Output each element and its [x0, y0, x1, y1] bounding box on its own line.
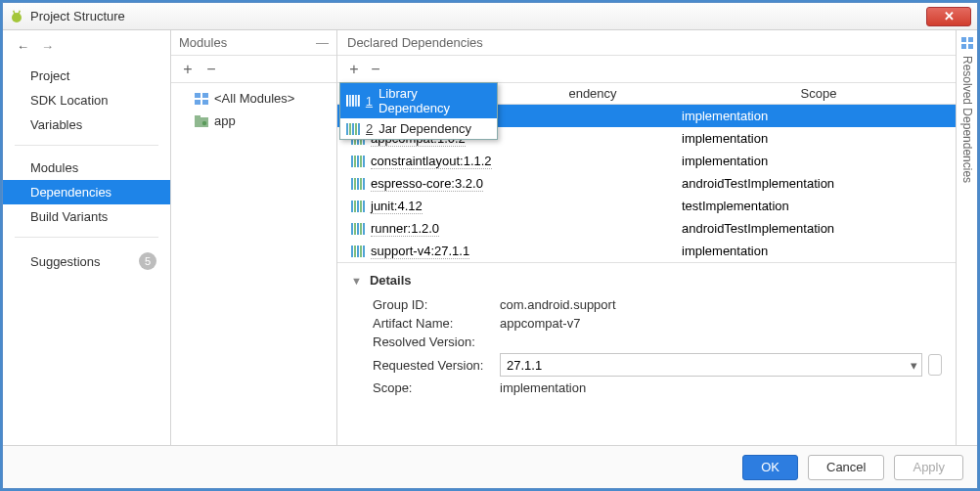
detail-value: com.android.support [500, 297, 616, 312]
table-row[interactable]: support-v4:27.1.1 implementation [337, 240, 956, 262]
svg-rect-3 [195, 93, 200, 98]
dep-scope: implementation [682, 109, 956, 123]
titlebar: Project Structure ✕ [3, 3, 977, 30]
add-dependency-button[interactable]: + [343, 59, 365, 80]
library-icon [351, 246, 365, 257]
svg-rect-34 [363, 178, 365, 190]
dropdown-num: 2 [366, 121, 373, 136]
sidebar-item-suggestions[interactable]: Suggestions 5 [3, 247, 170, 275]
minimize-icon[interactable]: — [316, 35, 329, 50]
dropdown-item-jar-dependency[interactable]: 2 Jar Dependency [340, 118, 497, 139]
dep-scope: implementation [682, 131, 956, 146]
module-all-modules[interactable]: <All Modules> [173, 87, 334, 110]
remove-module-button[interactable]: − [200, 59, 222, 80]
suggestions-count-badge: 5 [139, 252, 156, 270]
details-header[interactable]: ▼ Details [351, 273, 942, 288]
library-icon [351, 223, 365, 235]
dialog-footer: OK Cancel Apply [3, 445, 977, 488]
all-modules-icon [195, 93, 208, 105]
table-row[interactable]: espresso-core:3.2.0 androidTestImplement… [337, 172, 956, 195]
svg-rect-26 [354, 156, 356, 167]
svg-rect-18 [355, 123, 357, 135]
requested-version-combo[interactable]: 27.1.1 ▾ [500, 353, 922, 377]
table-row[interactable]: runner:1.2.0 androidTestImplementation [337, 217, 956, 240]
svg-rect-37 [357, 201, 359, 212]
add-module-button[interactable]: + [177, 59, 199, 80]
svg-rect-53 [968, 44, 973, 49]
dep-scope: implementation [682, 244, 956, 258]
remove-dependency-button[interactable]: − [365, 59, 386, 80]
dep-scope: androidTestImplementation [682, 221, 956, 236]
rail-label: Resolved Dependencies [960, 56, 974, 183]
extra-button[interactable] [928, 354, 942, 376]
detail-value: appcompat-v7 [500, 316, 580, 331]
svg-rect-40 [351, 223, 353, 235]
dep-scope: androidTestImplementation [682, 176, 956, 191]
declared-header-label: Declared Dependencies [347, 35, 483, 50]
sidebar-item-build-variants[interactable]: Build Variants [3, 204, 170, 229]
sidebar-group-1: Project SDK Location Variables [3, 62, 170, 137]
detail-key: Resolved Version: [373, 335, 500, 349]
svg-rect-17 [352, 123, 354, 135]
svg-rect-25 [351, 156, 353, 167]
dropdown-num: 1 [366, 94, 373, 109]
window-title: Project Structure [30, 9, 926, 23]
declared-toolbar: + − 1 Library Dependency 2 Jar Dependenc… [337, 56, 956, 83]
cancel-button[interactable]: Cancel [808, 455, 884, 480]
svg-rect-13 [355, 95, 357, 107]
svg-point-9 [202, 120, 206, 124]
svg-rect-1 [13, 10, 16, 14]
svg-rect-19 [358, 123, 360, 135]
dep-name: junit:4.12 [371, 199, 423, 214]
detail-key: Group ID: [373, 297, 500, 312]
sidebar-item-modules[interactable]: Modules [3, 156, 170, 180]
svg-point-0 [12, 13, 22, 22]
modules-toolbar: + − [171, 56, 336, 83]
svg-rect-2 [18, 10, 21, 14]
svg-rect-46 [354, 246, 356, 257]
dep-name: constraintlayout:1.1.2 [371, 154, 492, 169]
svg-rect-50 [961, 37, 966, 42]
svg-rect-35 [351, 201, 353, 212]
module-app[interactable]: app [173, 110, 334, 132]
svg-rect-45 [351, 246, 353, 257]
apply-button[interactable]: Apply [894, 455, 963, 480]
svg-rect-51 [968, 37, 973, 42]
details-label: Details [370, 273, 412, 288]
module-label: app [214, 113, 236, 128]
detail-scope: Scope: implementation [373, 380, 942, 395]
detail-key: Scope: [373, 380, 500, 395]
table-row[interactable]: junit:4.12 testImplementation [337, 195, 956, 217]
window-body: ← → Project SDK Location Variables Modul… [3, 30, 977, 445]
svg-rect-33 [360, 178, 362, 190]
library-icon [351, 156, 365, 167]
sidebar-item-sdk-location[interactable]: SDK Location [3, 88, 170, 112]
module-folder-icon [195, 115, 208, 127]
sidebar-item-project[interactable]: Project [3, 64, 170, 88]
forward-icon[interactable]: → [41, 39, 54, 54]
dropdown-item-library-dependency[interactable]: 1 Library Dependency [340, 83, 497, 118]
sidebar-item-dependencies[interactable]: Dependencies [3, 180, 170, 204]
sidebar-item-variables[interactable]: Variables [3, 112, 170, 137]
ok-button[interactable]: OK [742, 455, 798, 480]
dep-name: runner:1.2.0 [371, 221, 439, 237]
svg-rect-8 [195, 115, 200, 119]
detail-key: Requested Version: [373, 358, 500, 373]
suggestions-label: Suggestions [30, 254, 101, 269]
dep-scope: testImplementation [682, 199, 956, 213]
resolved-dependencies-rail[interactable]: Resolved Dependencies [956, 30, 977, 445]
library-icon [346, 95, 360, 107]
resolved-deps-icon [960, 36, 974, 50]
modules-header: Modules — [171, 30, 336, 56]
svg-rect-47 [357, 246, 359, 257]
detail-group-id: Group ID: com.android.support [373, 297, 942, 312]
svg-rect-52 [961, 44, 966, 49]
declared-dependencies-panel: Declared Dependencies + − 1 Library Depe… [337, 30, 956, 445]
table-row[interactable]: constraintlayout:1.1.2 implementation [337, 150, 956, 172]
back-icon[interactable]: ← [17, 39, 29, 54]
library-icon [346, 123, 360, 135]
close-button[interactable]: ✕ [926, 7, 971, 26]
svg-rect-43 [360, 223, 362, 235]
scope-column-header: Scope [682, 86, 956, 101]
library-icon [351, 178, 365, 190]
